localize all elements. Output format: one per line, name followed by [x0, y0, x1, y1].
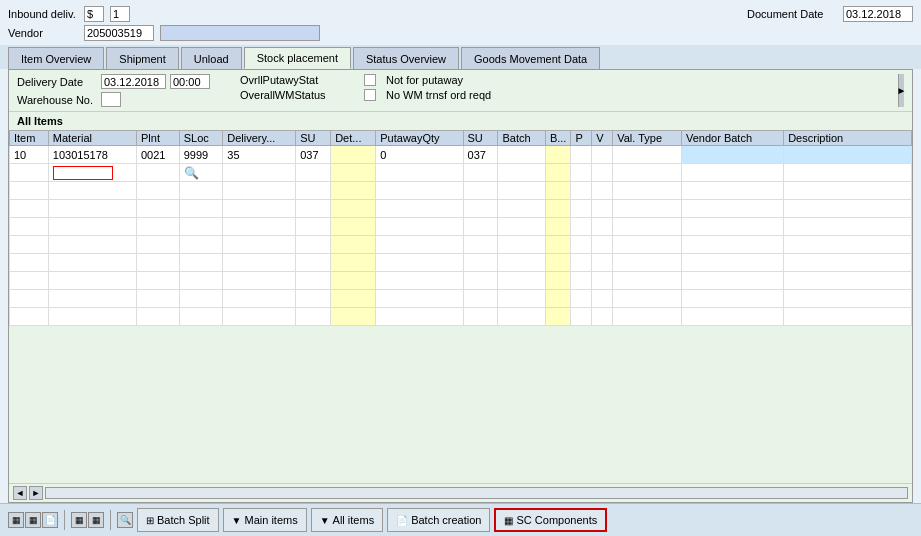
cell-b: [545, 146, 571, 164]
putaway-stat-label: OvrllPutawyS­tat: [240, 74, 360, 86]
cell-item: 10: [10, 146, 49, 164]
scroll-right-btn[interactable]: ►: [29, 486, 43, 500]
toolbar-icon-4[interactable]: ▦: [71, 512, 87, 528]
cell-batch: [498, 146, 545, 164]
cell-empty: [136, 182, 179, 200]
warehouse-input[interactable]: [101, 92, 121, 107]
tab-item-overview[interactable]: Item Overview: [8, 47, 104, 69]
table-row-empty-2: [10, 200, 912, 218]
cell-empty: [681, 182, 783, 200]
cell-sloc: 9999: [179, 146, 223, 164]
toolbar-icon-6[interactable]: 🔍: [117, 512, 133, 528]
bottom-toolbar: ▦ ▦ 📄 ▦ ▦ 🔍 ⊞ Batch Split ▼ Main items ▼…: [0, 503, 921, 536]
material-edit-input[interactable]: [53, 166, 113, 180]
delivery-date-input[interactable]: [101, 74, 166, 89]
header-section: Inbound deliv. Document Date Vendor: [0, 0, 921, 45]
main-items-button[interactable]: ▼ Main items: [223, 508, 307, 532]
document-date-label: Document Date: [747, 8, 837, 20]
putaway-stat-row: OvrllPutawyS­tat Not for putaway: [240, 74, 491, 86]
cell-delivery: 35: [223, 146, 296, 164]
cell-vendor-batch: [681, 146, 783, 164]
cell-edit-sloc: 🔍: [179, 164, 223, 182]
delivery-time-input[interactable]: [170, 74, 210, 89]
cell-su2: 037: [463, 146, 498, 164]
main-items-label: Main items: [245, 514, 298, 526]
inbound-deliv-label: Inbound deliv.: [8, 8, 78, 20]
all-items-button[interactable]: ▼ All items: [311, 508, 383, 532]
delivery-date-label: Delivery Date: [17, 76, 97, 88]
cell-edit-material[interactable]: [48, 164, 136, 182]
col-v: V: [592, 131, 613, 146]
inbound-deliv-currency[interactable]: [84, 6, 104, 22]
col-su2: SU: [463, 131, 498, 146]
warehouse-row: Warehouse No.: [17, 92, 210, 107]
no-wm-label: No WM trnsf ord reqd: [386, 89, 491, 101]
batch-split-icon: ⊞: [146, 515, 154, 526]
cell-p: [571, 146, 592, 164]
scroll-left-btn[interactable]: ◄: [13, 486, 27, 500]
form-group-left: Delivery Date Warehouse No.: [17, 74, 210, 107]
cell-empty: [463, 182, 498, 200]
cell-v: [592, 146, 613, 164]
scroll-track[interactable]: [45, 487, 908, 499]
vendor-input[interactable]: [84, 25, 154, 41]
cell-empty: [223, 182, 296, 200]
col-plnt: Plnt: [136, 131, 179, 146]
items-table: Item Material Plnt SLoc Delivery... SU D…: [9, 130, 912, 326]
col-det: Det...: [331, 131, 376, 146]
cell-empty: [498, 182, 545, 200]
cell-description: [784, 146, 912, 164]
batch-split-button[interactable]: ⊞ Batch Split: [137, 508, 219, 532]
cell-edit-v: [592, 164, 613, 182]
tab-status-overview[interactable]: Status Overview: [353, 47, 459, 69]
table-row-empty-5: [10, 254, 912, 272]
table-row-empty-4: [10, 236, 912, 254]
table-wrapper[interactable]: Item Material Plnt SLoc Delivery... SU D…: [9, 130, 912, 483]
col-item: Item: [10, 131, 49, 146]
batch-split-label: Batch Split: [157, 514, 210, 526]
inbound-deliv-value[interactable]: [110, 6, 130, 22]
tab-stock-placement[interactable]: Stock placement: [244, 47, 351, 69]
expand-arrow[interactable]: ►: [898, 74, 904, 107]
toolbar-icon-group-1: ▦ ▦ 📄: [8, 512, 58, 528]
toolbar-icon-2[interactable]: ▦: [25, 512, 41, 528]
cell-putaway-qty: 0: [376, 146, 463, 164]
toolbar-icon-5[interactable]: ▦: [88, 512, 104, 528]
wm-status-label: OverallWMStatus: [240, 89, 360, 101]
batch-creation-button[interactable]: 📄 Batch creation: [387, 508, 490, 532]
cell-empty: [179, 182, 223, 200]
form-group-right: OvrllPutawyS­tat Not for putaway Overall…: [240, 74, 491, 107]
cell-det: [331, 146, 376, 164]
sc-components-button[interactable]: ▦ SC Components: [494, 508, 607, 532]
cell-empty: [571, 182, 592, 200]
vendor-label: Vendor: [8, 27, 78, 39]
cell-empty: [10, 182, 49, 200]
tab-unload[interactable]: Unload: [181, 47, 242, 69]
header-row-1: Inbound deliv. Document Date: [8, 6, 913, 22]
table-row-empty-1: [10, 182, 912, 200]
cell-edit-su1: [296, 164, 331, 182]
cell-edit-plnt: [136, 164, 179, 182]
toolbar-icon-group-2: ▦ ▦: [71, 512, 104, 528]
cell-empty: [376, 182, 463, 200]
vendor-name-input[interactable]: [160, 25, 320, 41]
toolbar-icon-1[interactable]: ▦: [8, 512, 24, 528]
table-row-empty-8: [10, 308, 912, 326]
col-b: B...: [545, 131, 571, 146]
putaway-stat-checkbox[interactable]: [364, 74, 376, 86]
search-icon[interactable]: 🔍: [184, 166, 199, 180]
tab-shipment[interactable]: Shipment: [106, 47, 178, 69]
cell-empty: [48, 182, 136, 200]
batch-creation-icon: 📄: [396, 515, 408, 526]
main-container: Inbound deliv. Document Date Vendor Item…: [0, 0, 921, 536]
table-header-row: Item Material Plnt SLoc Delivery... SU D…: [10, 131, 912, 146]
warehouse-label: Warehouse No.: [17, 94, 97, 106]
tab-goods-movement[interactable]: Goods Movement Data: [461, 47, 600, 69]
cell-edit-putaway-qty: [376, 164, 463, 182]
form-section: Delivery Date Warehouse No. OvrllPutawyS…: [9, 70, 912, 112]
wm-status-checkbox[interactable]: [364, 89, 376, 101]
document-date-input[interactable]: [843, 6, 913, 22]
scrollbar-row: ◄ ►: [9, 483, 912, 502]
cell-plnt: 0021: [136, 146, 179, 164]
toolbar-icon-3[interactable]: 📄: [42, 512, 58, 528]
